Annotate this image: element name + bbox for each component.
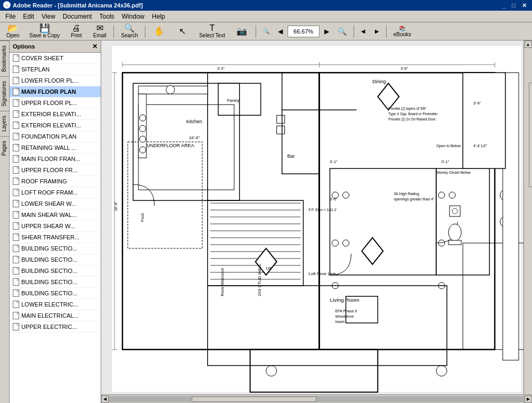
bookmark-item-19[interactable]: BUILDING SECTIO... (10, 265, 101, 277)
print-button[interactable]: 🖨 Print (66, 23, 87, 39)
bookmark-item-9[interactable]: MAIN FLOOR FRAN... (10, 154, 101, 165)
open-button[interactable]: 📂 Open (2, 23, 23, 39)
ebooks-icon: 📚 (399, 26, 405, 31)
zoom-in-button[interactable]: 🔍 (334, 23, 350, 39)
bookmark-item-13[interactable]: LOWER SHEAR W... (10, 198, 101, 209)
bookmark-item-21[interactable]: BUILDING SECTIO... (10, 288, 101, 299)
save-icon: 💾 (39, 24, 50, 33)
bookmark-item-11[interactable]: ROOF FRAMING (10, 176, 101, 187)
bookmark-item-12[interactable]: LOFT ROOF FRAM... (10, 187, 101, 198)
menu-edit[interactable]: Edit (20, 12, 37, 21)
zoom-in-icon: 🔍 (338, 27, 347, 36)
ebooks-button[interactable]: 📚 eBooks (390, 23, 415, 39)
search-label: Search (121, 33, 138, 38)
bookmark-label: BUILDING SECTIO... (21, 268, 77, 274)
menu-view[interactable]: View (38, 12, 59, 21)
bookmark-item-20[interactable]: BUILDING SECTIO... (10, 277, 101, 288)
svg-text:UP: UP (266, 266, 272, 271)
bookmark-item-17[interactable]: BUILDING SECTIO... (10, 243, 101, 254)
bookmark-item-5[interactable]: EXTERIOR ELEVATI... (10, 109, 101, 120)
save-copy-button[interactable]: 💾 Save a Copy (26, 23, 63, 39)
toolbar-separator-4 (354, 25, 354, 38)
bookmark-item-15[interactable]: UPPER SHEAR W... (10, 221, 101, 232)
zoom-input[interactable] (288, 26, 320, 37)
hand-icon: ✋ (154, 27, 165, 36)
scroll-left-arrow[interactable]: ◀ (101, 396, 109, 403)
bookmark-item-14[interactable]: MAIN SHEAR WAL... (10, 209, 101, 221)
bookmark-doc-icon (13, 267, 19, 275)
menu-tools[interactable]: Tools (96, 12, 118, 21)
pdf-area[interactable]: UNDERFLOOR AREA 16'-6" Kitchen Dining Ba… (101, 41, 532, 403)
svg-text:Rock Wainscot: Rock Wainscot (220, 268, 225, 296)
toolbar-separator-3 (256, 25, 256, 38)
scroll-right-arrow[interactable]: ▶ (525, 396, 532, 403)
toolbar: 📂 Open 💾 Save a Copy 🖨 Print ✉ Email 🔍 S… (0, 22, 532, 41)
svg-text:36-High Railing: 36-High Railing (394, 192, 419, 196)
page-forward-button[interactable]: ▶ (371, 23, 383, 39)
bookmark-item-3[interactable]: MAIN FLOOR PLAN (10, 86, 101, 98)
scroll-thumb-v[interactable] (529, 83, 533, 187)
bookmark-item-10[interactable]: UPPER FLOOR FR... (10, 165, 101, 176)
bookmark-item-7[interactable]: FOUNDATION PLAN (10, 131, 101, 142)
bookmark-item-0[interactable]: COVER SHEET (10, 53, 101, 64)
bookmark-item-24[interactable]: UPPER ELECTRIC... (10, 321, 101, 333)
svg-text:openings greater than 4": openings greater than 4" (394, 197, 435, 201)
horizontal-scrollbar[interactable]: ◀ ▶ (101, 394, 532, 403)
pages-tab[interactable]: Pages (0, 136, 9, 160)
zoom-out-button[interactable]: 🔍 (259, 23, 273, 39)
menu-window[interactable]: Window (119, 12, 148, 21)
bookmark-item-18[interactable]: BUILDING SECTIO... (10, 254, 101, 265)
minimize-button[interactable]: _ (500, 2, 508, 9)
bookmarks-tab[interactable]: Bookmarks (0, 41, 9, 76)
sidebar-header: Options ✕ (10, 41, 101, 53)
bookmark-item-16[interactable]: SHEAR TRANSFER... (10, 232, 101, 243)
menu-file[interactable]: File (2, 12, 19, 21)
bookmark-list[interactable]: COVER SHEETSITEPLANLOWER FLOOR PL...MAIN… (10, 53, 101, 403)
bookmark-item-6[interactable]: EXTERIOR ELEVATI... (10, 120, 101, 131)
select-tool-button[interactable]: ↖ (172, 23, 193, 39)
bookmark-label: BUILDING SECTIO... (21, 290, 77, 296)
scroll-up-arrow[interactable]: ▲ (525, 41, 532, 48)
bookmark-item-23[interactable]: MAIN ELECTRICAL... (10, 310, 101, 321)
svg-text:Provide (2) layers of 5/8": Provide (2) layers of 5/8" (388, 107, 427, 111)
close-button[interactable]: ✕ (520, 2, 529, 9)
floor-plan-svg: UNDERFLOOR AREA 16'-6" Kitchen Dining Ba… (101, 41, 532, 403)
svg-rect-79 (463, 72, 505, 168)
layers-tab[interactable]: Layers (0, 111, 9, 136)
select-text-button[interactable]: T Select Text (195, 23, 229, 39)
scroll-thumb-h[interactable] (192, 397, 316, 402)
bookmark-label: SITEPLAN (21, 66, 50, 72)
svg-text:3'-6": 3'-6" (400, 67, 408, 70)
toolbar-separator-5 (386, 25, 387, 38)
bookmark-doc-icon (13, 144, 19, 151)
bookmark-item-4[interactable]: UPPER FLOOR PL... (10, 98, 101, 109)
bookmark-item-1[interactable]: SITEPLAN (10, 64, 101, 75)
vertical-scrollbar[interactable]: ▲ ▼ (523, 41, 532, 403)
bookmark-item-2[interactable]: LOWER FLOOR PL... (10, 75, 101, 86)
bookmark-item-8[interactable]: RETAINING WALL ... (10, 142, 101, 154)
zoom-prev-button[interactable]: ◀ (274, 23, 287, 39)
svg-text:Kitchen: Kitchen (186, 119, 202, 124)
menu-help[interactable]: Help (149, 12, 168, 21)
email-button[interactable]: ✉ Email (89, 23, 110, 39)
bookmark-label: BUILDING SECTIO... (21, 245, 77, 252)
menu-document[interactable]: Document (60, 12, 95, 21)
snapshot-button[interactable]: 📷 (231, 23, 252, 39)
scroll-track-h[interactable] (109, 396, 525, 402)
svg-point-99 (166, 85, 175, 94)
bookmark-doc-icon (13, 166, 19, 174)
maximize-button[interactable]: □ (510, 2, 518, 9)
hand-tool-button[interactable]: ✋ (149, 23, 170, 39)
bookmark-doc-icon (13, 245, 19, 252)
page-back-button[interactable]: ◀ (357, 23, 369, 39)
bookmark-label: MAIN SHEAR WAL... (21, 212, 77, 218)
signatures-tab[interactable]: Signatures (0, 76, 9, 111)
bookmark-label: LOWER FLOOR PL... (21, 77, 78, 84)
search-button[interactable]: 🔍 Search (117, 23, 142, 39)
sidebar-close-button[interactable]: ✕ (92, 43, 97, 50)
svg-text:3'-4": 3'-4" (217, 67, 225, 70)
bookmark-item-22[interactable]: LOWER ELECTRIC... (10, 299, 101, 310)
bookmark-doc-icon (13, 211, 19, 219)
svg-rect-2 (112, 46, 521, 392)
zoom-next-button[interactable]: ▶ (321, 23, 333, 39)
